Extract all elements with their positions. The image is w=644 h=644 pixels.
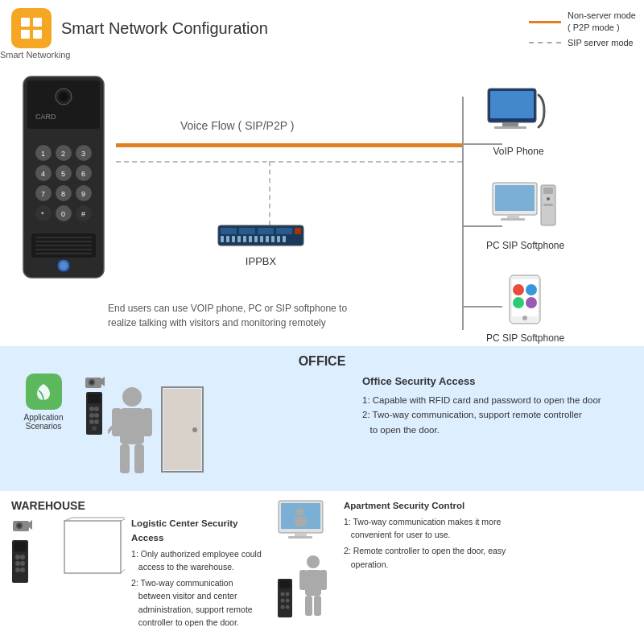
svg-point-76	[526, 297, 537, 308]
app-icon	[11, 8, 52, 48]
svg-point-134	[286, 605, 290, 609]
office-point2: 2: Two-way communication, support remote…	[362, 407, 633, 437]
svg-rect-55	[266, 236, 269, 242]
app-scenarios-label: Application Scenarios	[11, 413, 76, 431]
office-access-title: Office Security Access	[362, 374, 633, 390]
diagram-area: CARD 1 2 3 4 5 6 7 8 9	[11, 56, 633, 330]
office-section: OFFICE Application Scenarios	[0, 346, 644, 491]
svg-point-77	[522, 316, 527, 320]
vertical-connector	[462, 97, 464, 330]
svg-text:6: 6	[81, 170, 85, 178]
legend-solid: Non-server mode( P2P mode )	[529, 10, 636, 35]
svg-point-73	[513, 284, 524, 295]
svg-rect-68	[543, 188, 553, 194]
svg-line-117	[121, 518, 125, 521]
svg-rect-125	[295, 533, 307, 536]
svg-rect-42	[221, 228, 237, 234]
svg-point-69	[547, 197, 550, 200]
bottom-desc-line1: End users can use VOIP phone, PC or SIP …	[108, 301, 347, 316]
svg-point-106	[18, 524, 21, 527]
svg-rect-51	[243, 236, 246, 242]
svg-rect-83	[88, 394, 101, 403]
svg-point-110	[20, 555, 25, 559]
svg-rect-66	[501, 218, 525, 221]
svg-rect-45	[276, 228, 292, 234]
svg-rect-108	[14, 542, 27, 551]
svg-rect-64	[495, 185, 535, 211]
svg-rect-97	[134, 444, 144, 473]
ippbx-label: IPPBX	[217, 255, 305, 267]
warehouse-block: WAREHOUSE	[11, 499, 269, 636]
svg-point-74	[526, 284, 537, 295]
svg-marker-104	[29, 520, 32, 530]
svg-text:CARD: CARD	[35, 113, 56, 121]
svg-point-130	[286, 592, 290, 597]
svg-point-86	[89, 413, 94, 418]
svg-point-112	[20, 561, 25, 566]
warehouse-inner: Logistic Center Security Access 1: Only …	[11, 517, 269, 629]
page-title: Smart Network Configuration	[61, 19, 268, 38]
svg-rect-46	[295, 228, 301, 234]
svg-rect-58	[283, 236, 286, 242]
svg-rect-54	[260, 236, 263, 242]
legend-dashed: SIP server mode	[529, 38, 636, 47]
dashed-line-vertical	[269, 161, 270, 225]
svg-point-81	[90, 381, 93, 384]
svg-rect-136	[305, 570, 321, 596]
voice-flow-label: Voice Flow ( SIP/P2P )	[180, 119, 294, 132]
svg-rect-94	[142, 408, 152, 436]
warehouse-access-title: Logistic Center Security Access	[131, 517, 269, 546]
svg-point-75	[513, 297, 524, 308]
svg-point-132	[286, 599, 290, 603]
ippbx-block: IPPBX	[217, 221, 305, 267]
svg-rect-53	[254, 236, 258, 242]
svg-rect-48	[226, 236, 229, 242]
bottom-section: WAREHOUSE	[0, 491, 644, 644]
svg-rect-60	[490, 91, 534, 118]
svg-text:9: 9	[81, 190, 85, 198]
svg-rect-61	[502, 122, 518, 126]
dashed-line-horizontal	[116, 161, 462, 163]
legend-solid-line	[529, 21, 561, 23]
svg-marker-79	[101, 377, 105, 386]
svg-point-7	[59, 92, 68, 101]
svg-point-109	[15, 555, 20, 559]
svg-rect-137	[299, 570, 307, 590]
svg-rect-96	[120, 444, 130, 473]
svg-point-90	[92, 426, 97, 431]
apartment-point2: 2: Remote controller to open the door, e…	[344, 544, 506, 571]
svg-rect-44	[258, 228, 274, 234]
svg-rect-138	[320, 570, 327, 590]
legend: Non-server mode( P2P mode ) SIP server m…	[529, 10, 636, 51]
office-diagram	[84, 374, 354, 486]
svg-rect-93	[112, 408, 122, 436]
svg-rect-92	[120, 408, 144, 444]
legend-dashed-line	[529, 42, 561, 43]
svg-text:0: 0	[61, 210, 65, 218]
bottom-description: End users can use VOIP phone, PC or SIP …	[108, 301, 347, 330]
office-point1: 1: Capable with RFID card and password t…	[362, 393, 633, 407]
svg-rect-65	[507, 215, 519, 218]
svg-rect-50	[237, 236, 241, 242]
svg-point-87	[94, 413, 99, 418]
svg-rect-140	[314, 596, 321, 616]
svg-point-135	[307, 555, 320, 568]
svg-point-88	[89, 419, 94, 424]
svg-rect-43	[239, 228, 255, 234]
app-scenarios: Application Scenarios	[11, 374, 76, 431]
apartment-text: Apartment Security Control 1: Two-way co…	[344, 499, 506, 571]
svg-rect-115	[64, 521, 121, 573]
svg-text:3: 3	[81, 150, 85, 158]
apartment-point1: 1: Two-way communication makes it more c…	[344, 515, 506, 542]
apartment-title: Apartment Security Control	[344, 499, 506, 514]
legend-dashed-label: SIP server mode	[568, 38, 634, 47]
svg-rect-126	[288, 536, 312, 539]
apartment-block: Apartment Security Control 1: Two-way co…	[277, 499, 633, 636]
svg-text:1: 1	[41, 150, 45, 158]
svg-rect-49	[232, 236, 235, 242]
warehouse-point1: 1: Only authorized employee could access…	[131, 547, 269, 574]
svg-text:*: *	[41, 210, 44, 218]
pc-sip-label: PC SIP Softphone	[486, 240, 564, 251]
svg-point-114	[20, 568, 25, 572]
svg-rect-2	[21, 30, 30, 39]
